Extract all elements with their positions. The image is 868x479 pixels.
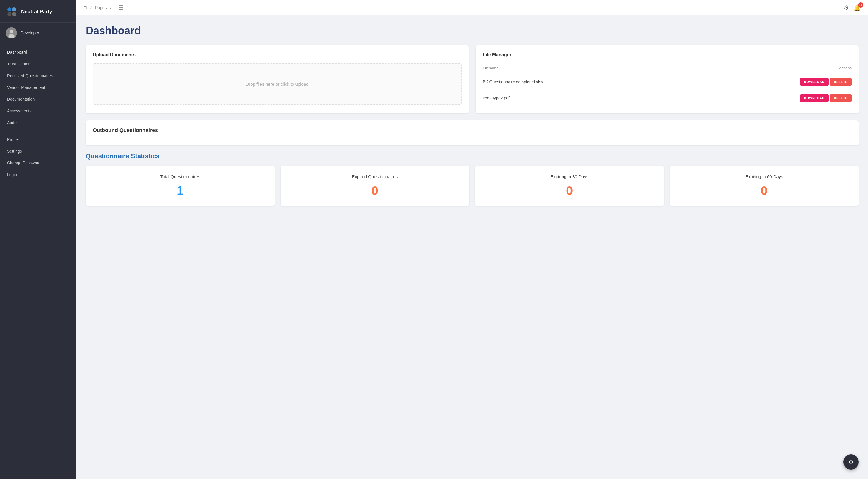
file-actions-1: DOWNLOAD DELETE [682, 90, 851, 106]
file-drop-zone[interactable]: Drop files here or click to upload [93, 63, 462, 105]
notifications-icon[interactable]: 🔔 11 [854, 4, 861, 11]
breadcrumb-pages: Pages [95, 5, 107, 10]
stat-card-0: Total Questionnaires1 [86, 166, 275, 206]
topbar-right: ⚙ 🔔 11 [844, 4, 861, 11]
stat-card-1: Expired Questionnaires0 [281, 166, 469, 206]
stat-value-0: 1 [92, 184, 269, 198]
user-name-label: Developer [21, 31, 39, 35]
stats-title: Questionnaire Statistics [86, 152, 859, 160]
stat-label-3: Expiring in 60 Days [676, 174, 853, 179]
drop-zone-text: Drop files here or click to upload [246, 82, 308, 87]
col-actions: Actions [682, 63, 851, 74]
sidebar-item-assessments[interactable]: Assessments [0, 105, 76, 117]
svg-point-6 [8, 34, 15, 38]
home-icon: ⊞ [83, 5, 87, 10]
sidebar-navigation: DashboardTrust CenterReceived Questionna… [0, 43, 76, 479]
file-manager-card: File Manager Filename Actions BK Questio… [476, 45, 859, 113]
sidebar: Neutral Party Developer DashboardTrust C… [0, 0, 76, 479]
file-name-0: BK Questionnaire completed.xlsx [483, 74, 682, 90]
sidebar-item-dashboard[interactable]: Dashboard [0, 47, 76, 58]
brand-logo-icon [6, 6, 18, 18]
file-name-1: soc2-type2.pdf [483, 90, 682, 106]
sidebar-item-settings[interactable]: Settings [0, 145, 76, 157]
floating-gear-icon: ⚙ [848, 458, 854, 466]
col-filename: Filename [483, 63, 682, 74]
file-table: Filename Actions BK Questionnaire comple… [483, 63, 851, 106]
sidebar-brand: Neutral Party [0, 0, 76, 23]
floating-settings-button[interactable]: ⚙ [843, 454, 859, 470]
sidebar-item-logout[interactable]: Logout [0, 169, 76, 180]
sidebar-item-audits[interactable]: Audits [0, 117, 76, 128]
stat-card-3: Expiring in 60 Days0 [670, 166, 859, 206]
stat-label-2: Expiring in 30 Days [481, 174, 658, 179]
download-button-0[interactable]: DOWNLOAD [800, 78, 829, 86]
breadcrumb-sep-2: / [110, 5, 112, 10]
sidebar-item-vendor-management[interactable]: Vendor Management [0, 82, 76, 93]
avatar [6, 27, 17, 38]
avatar-image [6, 27, 17, 38]
delete-button-1[interactable]: DELETE [830, 94, 851, 102]
stat-label-1: Expired Questionnaires [286, 174, 464, 179]
notification-badge: 11 [858, 2, 863, 8]
svg-point-3 [12, 12, 16, 16]
table-row: soc2-type2.pdfDOWNLOAD DELETE [483, 90, 851, 106]
stats-cards-row: Total Questionnaires1Expired Questionnai… [86, 166, 859, 206]
file-manager-title: File Manager [483, 52, 851, 58]
upload-documents-card: Upload Documents Drop files here or clic… [86, 45, 469, 113]
svg-point-1 [12, 7, 16, 11]
stat-label-0: Total Questionnaires [92, 174, 269, 179]
topbar: ⊞ / Pages / ☰ ⚙ 🔔 11 [76, 0, 868, 15]
upload-card-title: Upload Documents [93, 52, 462, 58]
sidebar-item-received-questionnaires[interactable]: Received Questionnaires [0, 70, 76, 82]
sidebar-item-profile[interactable]: Profile [0, 133, 76, 145]
page-content: Dashboard Upload Documents Drop files he… [76, 15, 868, 479]
sidebar-user: Developer [0, 23, 76, 43]
sidebar-item-documentation[interactable]: Documentation [0, 93, 76, 105]
download-button-1[interactable]: DOWNLOAD [800, 94, 829, 102]
sidebar-item-change-password[interactable]: Change Password [0, 157, 76, 169]
settings-icon[interactable]: ⚙ [844, 4, 849, 11]
stat-value-3: 0 [676, 184, 853, 198]
svg-point-2 [7, 12, 11, 16]
table-row: BK Questionnaire completed.xlsxDOWNLOAD … [483, 74, 851, 90]
main-area: ⊞ / Pages / ☰ ⚙ 🔔 11 Dashboard Upload Do… [76, 0, 868, 479]
delete-button-0[interactable]: DELETE [830, 78, 851, 86]
stats-section: Questionnaire Statistics Total Questionn… [86, 152, 859, 206]
outbound-section-title: Outbound Questionnaires [93, 127, 851, 133]
hamburger-icon[interactable]: ☰ [118, 4, 124, 11]
breadcrumb: ⊞ / Pages / ☰ [83, 4, 124, 11]
top-cards-row: Upload Documents Drop files here or clic… [86, 45, 859, 113]
outbound-questionnaires-card: Outbound Questionnaires [86, 120, 859, 145]
brand-name: Neutral Party [21, 9, 52, 15]
stat-value-2: 0 [481, 184, 658, 198]
breadcrumb-sep-1: / [90, 5, 92, 10]
svg-point-0 [7, 7, 11, 11]
file-actions-0: DOWNLOAD DELETE [682, 74, 851, 90]
stat-card-2: Expiring in 30 Days0 [475, 166, 664, 206]
sidebar-item-trust-center[interactable]: Trust Center [0, 58, 76, 70]
page-title: Dashboard [86, 25, 859, 37]
svg-point-5 [10, 30, 13, 33]
stat-value-1: 0 [286, 184, 464, 198]
